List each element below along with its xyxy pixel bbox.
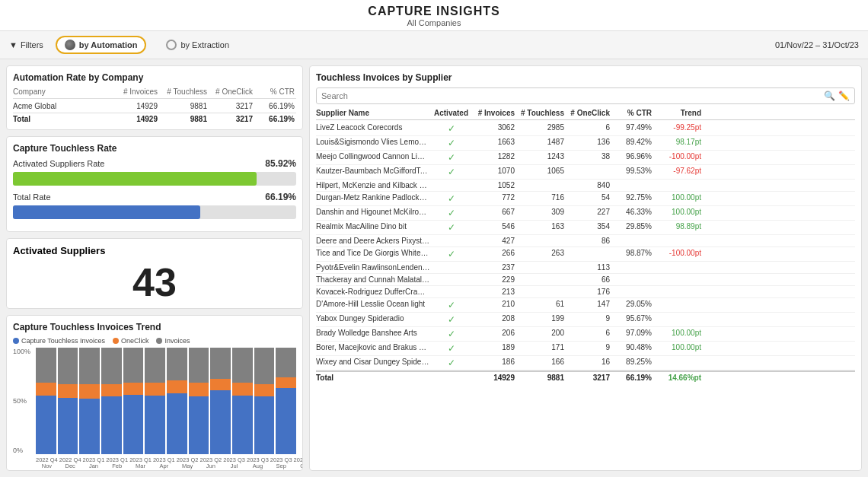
- bar-orange: [79, 384, 100, 399]
- bar-orange: [58, 384, 78, 398]
- bar-gray: [101, 348, 122, 384]
- bar-orange: [145, 383, 165, 396]
- x-label: 2023 Q1 Jan: [83, 457, 105, 470]
- chart-x-axis: 2022 Q4 Nov2022 Q4 Dec2023 Q1 Jan2023 Q1…: [36, 457, 296, 470]
- bar-orange: [254, 384, 275, 397]
- bar-orange: [189, 383, 209, 396]
- total-bar-fill: [13, 205, 200, 219]
- x-label: 2022 Q4 Nov: [36, 457, 58, 470]
- bar-stack: [58, 348, 78, 454]
- x-label: 2023 Q1 Mar: [129, 457, 152, 470]
- legend-invoices: Invoices: [156, 337, 190, 345]
- bar-stack: [36, 348, 56, 454]
- filter-button[interactable]: ▼ Filters: [9, 40, 43, 49]
- x-label: 2023 Q4 Oct: [294, 457, 303, 470]
- extraction-icon: [166, 40, 177, 50]
- bar-blue: [232, 396, 253, 454]
- extraction-button[interactable]: by Extraction: [158, 37, 237, 52]
- bar-stack: [123, 348, 144, 454]
- bar-blue: [145, 396, 165, 454]
- table-row: Durgan-Metz Rankine Padlockurity ✓ 772 7…: [316, 192, 855, 206]
- bar-blue: [210, 390, 231, 454]
- x-label: 2023 Q2 May: [177, 457, 199, 470]
- bar-gray: [189, 348, 209, 383]
- table-row: Brady Wolledge Banshee Arts ✓ 206 200 6 …: [316, 327, 855, 342]
- activated-suppliers-title: Activated Suppliers: [13, 245, 296, 256]
- table-row: D'Amore-Hill Lesslie Ocean light ✓ 210 6…: [316, 298, 855, 313]
- bar-blue: [123, 395, 144, 454]
- bar-orange: [232, 383, 253, 396]
- table-row: Wixey and Cisar Dungey Spideradio ✓ 186 …: [316, 356, 855, 370]
- legend-oneclick: OneClick: [113, 337, 149, 345]
- toolbar: ▼ Filters by Automation by Extraction 01…: [0, 31, 868, 59]
- supplier-rows: LiveZ Leacock Corecords ✓ 3062 2985 6 97…: [316, 122, 855, 370]
- bar-gray: [276, 348, 296, 377]
- bar-stack: [79, 348, 100, 454]
- table-row: Danshin and Higounet McKilroe Wood Elect…: [316, 206, 855, 221]
- bar-stack: [189, 348, 209, 454]
- table-row: Kovacek-Rodriguez DufferCramb Heart Co. …: [316, 286, 855, 298]
- automation-table-header: Company # Invoices # Touchless # OneClic…: [13, 87, 296, 99]
- bar-orange: [167, 380, 187, 393]
- main-content: Automation Rate by Company Company # Inv…: [0, 59, 868, 477]
- bar-blue: [36, 396, 56, 454]
- table-row: Yabox Dungey Spideradio ✓ 208 199 9 95.6…: [316, 313, 855, 327]
- supplier-table-card: Touchless Invoices by Supplier 🔍 ✏️ Supp…: [309, 65, 862, 471]
- table-row: Borer, Macejkovic and Brakus Turmel Geme…: [316, 342, 855, 356]
- activated-bar-fill: [13, 172, 257, 186]
- chart-area: 100% 50% 0% 2022 Q4 Nov2022 Q4 Dec2023 Q…: [13, 348, 296, 469]
- page-title: CAPTURE INSIGHTS: [0, 5, 868, 18]
- supplier-table-header: Supplier Name Activated # Invoices # Tou…: [316, 109, 855, 120]
- bar-orange: [210, 379, 231, 390]
- supplier-table-title: Touchless Invoices by Supplier: [316, 72, 855, 83]
- automation-rate-card: Automation Rate by Company Company # Inv…: [6, 65, 303, 130]
- bar-stack: [101, 348, 122, 454]
- table-row: Meejo Collingwood Cannon Limited ✓ 1282 …: [316, 151, 855, 165]
- bar-orange: [36, 383, 56, 396]
- automation-button[interactable]: by Automation: [56, 36, 147, 54]
- legend-touchless: Capture Touchless Invoices: [13, 337, 105, 345]
- chart-legend: Capture Touchless Invoices OneClick Invo…: [13, 337, 296, 345]
- filter-icon: ▼: [9, 40, 18, 49]
- automation-icon: [65, 40, 75, 50]
- bar-gray: [58, 348, 78, 384]
- activated-bar-bg: [13, 172, 296, 186]
- bar-gray: [79, 348, 100, 384]
- table-row: Louis&Sigismondo Vlies Lemon show ✓ 1663…: [316, 136, 855, 151]
- supplier-search-bar[interactable]: 🔍 ✏️: [316, 87, 855, 104]
- bar-stack: [232, 348, 253, 454]
- supplier-table-total: Total 14929 9881 3217 66.19% 14.66%pt: [316, 370, 855, 383]
- bar-orange: [101, 384, 122, 397]
- x-label: 2023 Q1 Apr: [153, 457, 175, 470]
- bar-blue: [254, 396, 275, 454]
- table-row: Deere and Deere Ackers Pixystems 427 86: [316, 235, 855, 247]
- bar-stack: [254, 348, 275, 454]
- left-column: Automation Rate by Company Company # Inv…: [6, 65, 303, 471]
- bar-gray: [232, 348, 253, 383]
- bar-gray: [123, 348, 144, 383]
- bar-blue: [101, 396, 122, 454]
- bar-blue: [167, 393, 187, 454]
- bar-blue: [58, 398, 78, 454]
- page-header: CAPTURE INSIGHTS All Companies: [0, 0, 868, 31]
- activated-suppliers-value: 43: [132, 260, 177, 304]
- bar-stack: [145, 348, 165, 454]
- bar-gray: [167, 348, 187, 380]
- touchless-rate-title: Capture Touchless Rate: [13, 143, 296, 154]
- bar-blue: [276, 388, 296, 454]
- page-subtitle: All Companies: [0, 18, 868, 27]
- search-icon: 🔍: [824, 91, 835, 101]
- activated-suppliers-rate-row: Activated Suppliers Rate 85.92%: [13, 158, 296, 169]
- automation-table-total: Total 14929 9881 3217 66.19%: [13, 113, 296, 123]
- date-range: 01/Nov/22 – 31/Oct/23: [775, 40, 859, 49]
- table-row: Kautzer-Baumbach McGiffordTeliga Vine Ac…: [316, 165, 855, 180]
- activated-suppliers-card: Activated Suppliers 43: [6, 238, 303, 309]
- bar-stack: [167, 348, 187, 454]
- trend-chart-card: Capture Touchless Invoices Trend Capture…: [6, 315, 303, 471]
- x-label: 2023 Q3 Jul: [223, 457, 245, 470]
- search-input[interactable]: [321, 91, 824, 100]
- bar-gray: [254, 348, 275, 384]
- total-bar-bg: [13, 205, 296, 219]
- x-label: 2023 Q3 Sep: [270, 457, 292, 470]
- bar-orange: [123, 383, 144, 394]
